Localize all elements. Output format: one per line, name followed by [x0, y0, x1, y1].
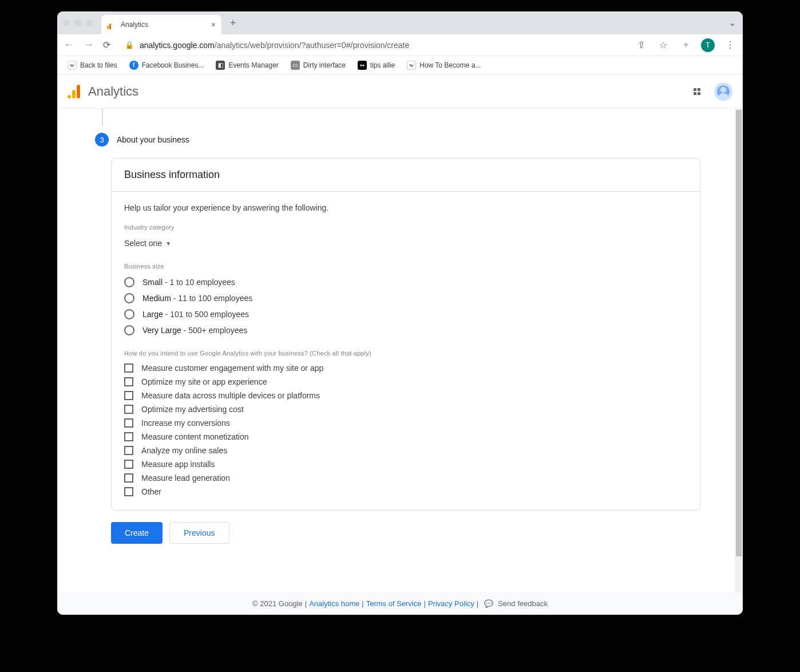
bookmark-events-manager[interactable]: ◧ Events Manager	[211, 58, 283, 72]
maximize-window-button[interactable]	[86, 19, 93, 26]
bookmark-icon: ●●	[358, 61, 367, 70]
minimize-window-button[interactable]	[74, 19, 81, 26]
user-avatar[interactable]	[714, 82, 732, 101]
browser-tab[interactable]: Analytics ×	[101, 15, 221, 34]
share-icon[interactable]: ⇪	[634, 39, 648, 50]
intent-group: Measure customer engagement with my site…	[124, 361, 687, 499]
chrome-profile-badge[interactable]: T	[701, 38, 715, 52]
tab-title: Analytics	[121, 21, 207, 29]
step-label: About your business	[117, 135, 189, 144]
bookmark-tips-allie[interactable]: ●● tips allie	[353, 58, 399, 72]
radio-size-small[interactable]: Small - 1 to 10 employees	[124, 274, 687, 290]
bookmark-dirty-interface[interactable]: ▭ Dirty interface	[286, 58, 350, 72]
checkbox-intent[interactable]: Measure content monetization	[124, 430, 687, 444]
bookmark-icon: w	[68, 61, 77, 70]
browser-window: Analytics × + ⌄ ← → ⟳ 🔒 analytics.google…	[57, 11, 743, 615]
forward-button[interactable]: →	[83, 39, 94, 51]
checkbox-intent[interactable]: Measure data across multiple devices or …	[124, 389, 687, 402]
business-size-group: Small - 1 to 10 employees Medium - 11 to…	[124, 274, 687, 338]
bookmark-icon: w	[407, 61, 416, 70]
radio-size-medium[interactable]: Medium - 11 to 100 employees	[124, 290, 687, 306]
card-lead-text: Help us tailor your experience by answer…	[124, 203, 687, 212]
step-number-badge: 3	[95, 133, 109, 147]
new-tab-button[interactable]: +	[230, 17, 236, 29]
footer-send-feedback[interactable]: Send feedback	[498, 599, 548, 608]
step-header: 3 About your business	[95, 133, 726, 147]
card-title: Business information	[112, 159, 700, 192]
step-connector	[102, 109, 103, 126]
checkbox-intent[interactable]: Optimize my site or app experience	[124, 375, 687, 389]
intent-label: How do you intend to use Google Analytic…	[124, 350, 687, 357]
analytics-favicon-icon	[107, 20, 116, 29]
close-tab-icon[interactable]: ×	[211, 20, 216, 29]
chevron-down-icon: ▼	[165, 240, 171, 247]
checkbox-intent[interactable]: Optimize my advertising cost	[124, 402, 687, 416]
footer-copyright: © 2021 Google	[252, 599, 303, 608]
checkbox-icon	[124, 432, 133, 441]
reload-button[interactable]: ⟳	[103, 39, 110, 50]
business-size-label: Business size	[124, 263, 687, 270]
bookmarks-bar: w Back to files f Facebook Busines... ◧ …	[57, 56, 743, 74]
analytics-logo-icon	[68, 85, 80, 98]
bookmark-facebook-business[interactable]: f Facebook Busines...	[125, 58, 209, 72]
checkbox-icon	[124, 405, 133, 414]
radio-icon	[124, 325, 134, 335]
feedback-icon: 💬	[484, 599, 493, 608]
folder-icon: ▭	[291, 61, 300, 70]
footer: © 2021 Google | Analytics home | Terms o…	[57, 592, 743, 615]
create-button[interactable]: Create	[111, 522, 163, 544]
lock-icon: 🔒	[125, 41, 134, 49]
industry-category-dropdown[interactable]: Select one ▼	[124, 235, 171, 251]
radio-icon	[124, 277, 134, 287]
close-window-button[interactable]	[63, 19, 70, 26]
previous-button[interactable]: Previous	[169, 522, 229, 544]
scrollbar[interactable]	[735, 109, 743, 592]
industry-category-label: Industry category	[124, 224, 687, 231]
footer-privacy-link[interactable]: Privacy Policy	[428, 599, 474, 608]
app-title: Analytics	[88, 84, 138, 99]
facebook-icon: f	[129, 61, 138, 70]
back-button[interactable]: ←	[63, 39, 74, 51]
address-bar: ← → ⟳ 🔒 analytics.google.com/analytics/w…	[57, 34, 743, 56]
business-info-card: Business information Help us tailor your…	[111, 158, 700, 511]
app-header: Analytics	[57, 74, 743, 109]
footer-analytics-home-link[interactable]: Analytics home	[309, 599, 359, 608]
checkbox-intent[interactable]: Measure app installs	[124, 457, 687, 471]
button-row: Create Previous	[111, 522, 726, 544]
radio-icon	[124, 293, 134, 303]
checkbox-intent[interactable]: Other	[124, 485, 687, 499]
footer-terms-link[interactable]: Terms of Service	[366, 599, 422, 608]
url-text: analytics.google.com/analytics/web/provi…	[140, 41, 409, 50]
bookmark-icon: ◧	[216, 61, 225, 70]
scrollbar-thumb[interactable]	[736, 110, 742, 556]
radio-icon	[124, 309, 134, 319]
checkbox-intent[interactable]: Increase my conversions	[124, 416, 687, 430]
bookmark-star-icon[interactable]: ☆	[656, 39, 670, 50]
checkbox-icon	[124, 460, 133, 469]
checkbox-icon	[124, 487, 133, 496]
checkbox-icon	[124, 363, 133, 373]
main-content: 3 About your business Business informati…	[57, 109, 743, 592]
checkbox-icon	[124, 377, 133, 386]
tabs-dropdown-icon[interactable]: ⌄	[728, 17, 736, 28]
bookmark-how-to-become[interactable]: w How To Become a...	[402, 58, 485, 72]
extensions-icon[interactable]: ✦	[679, 39, 692, 50]
checkbox-icon	[124, 446, 133, 455]
radio-size-large[interactable]: Large - 101 to 500 employees	[124, 306, 687, 322]
checkbox-icon	[124, 473, 133, 483]
checkbox-icon	[124, 391, 133, 400]
checkbox-intent[interactable]: Measure customer engagement with my site…	[124, 361, 687, 375]
bookmark-back-to-files[interactable]: w Back to files	[63, 58, 122, 72]
traffic-lights	[63, 19, 93, 26]
google-apps-icon[interactable]	[694, 88, 700, 95]
tab-bar: Analytics × + ⌄	[57, 11, 743, 34]
chrome-menu-icon[interactable]: ⋮	[723, 39, 737, 50]
checkbox-intent[interactable]: Measure lead generation	[124, 471, 687, 485]
checkbox-intent[interactable]: Analyze my online sales	[124, 444, 687, 457]
url-bar[interactable]: 🔒 analytics.google.com/analytics/web/pro…	[119, 37, 625, 53]
checkbox-icon	[124, 418, 133, 428]
radio-size-very-large[interactable]: Very Large - 500+ employees	[124, 322, 687, 338]
